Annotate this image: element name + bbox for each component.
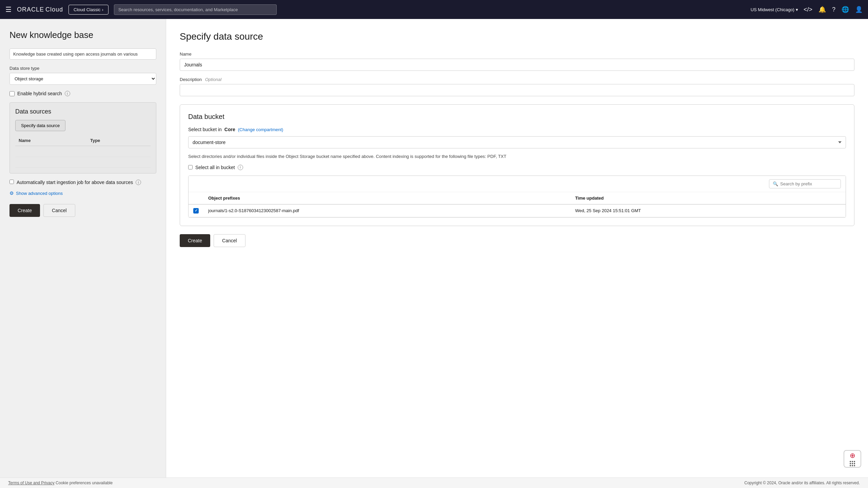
data-bucket-title: Data bucket: [188, 113, 846, 121]
footer-right: Copyright © 2024, Oracle and/or its affi…: [744, 481, 860, 485]
dot-9: [854, 465, 855, 466]
right-panel: Specify data source Name Description Opt…: [166, 19, 868, 488]
select-all-row: Select all in bucket i: [188, 165, 846, 170]
cancel-button-left[interactable]: Cancel: [43, 204, 75, 217]
file-checkbox-checked[interactable]: [193, 208, 199, 214]
right-action-row: Create Cancel: [180, 234, 854, 247]
ingestion-label[interactable]: Automatically start ingestion job for ab…: [17, 180, 133, 185]
file-browser: 🔍 Object prefixes Time updated: [188, 176, 846, 218]
specify-data-source-title: Specify data source: [180, 31, 854, 42]
file-browser-header: 🔍: [189, 176, 846, 192]
file-table: Object prefixes Time updated journals/1-…: [189, 192, 846, 217]
terms-link[interactable]: Terms of Use and Privacy: [8, 481, 55, 485]
select-all-label[interactable]: Select all in bucket: [195, 165, 235, 170]
table-row: [15, 157, 151, 168]
description-label: Description Optional: [180, 77, 854, 82]
gear-icon: ⚙: [9, 190, 14, 196]
data-store-type-label: Data store type: [9, 66, 156, 71]
check-col-header: [189, 192, 203, 204]
file-checkbox-cell[interactable]: [189, 204, 203, 217]
description-preview: Knowledge base created using open access…: [9, 48, 156, 60]
page-title: New knowledge base: [9, 30, 156, 40]
main-wrapper: New knowledge base Knowledge base create…: [0, 19, 868, 488]
create-button-left[interactable]: Create: [9, 204, 40, 217]
cookie-link: Cookie preferences unavailable: [56, 481, 113, 485]
compartment-name: Core: [224, 127, 235, 132]
ingestion-checkbox[interactable]: [9, 180, 14, 184]
time-updated-header: Time updated: [570, 192, 846, 204]
data-sources-section: Data sources Specify data source Name Ty…: [9, 102, 156, 174]
change-compartment-link[interactable]: (Change compartment): [238, 127, 283, 132]
select-all-info-icon[interactable]: i: [238, 165, 243, 170]
file-name-cell: journals/1-s2.0-S1876034123002587-main.p…: [203, 204, 570, 217]
bucket-select-row: Select bucket in Core (Change compartmen…: [188, 127, 846, 132]
ingestion-info-icon[interactable]: i: [136, 180, 141, 185]
object-prefixes-header: Object prefixes: [203, 192, 570, 204]
enable-hybrid-search-label[interactable]: Enable hybrid search: [17, 91, 62, 96]
data-bucket-card: Data bucket Select bucket in Core (Chang…: [180, 104, 854, 226]
help-widget-dots: [850, 461, 855, 466]
enable-hybrid-search-checkbox[interactable]: [9, 91, 15, 96]
cloud-classic-button[interactable]: Cloud Classic ›: [68, 5, 108, 15]
data-sources-title: Data sources: [15, 108, 151, 115]
data-sources-table: Name Type: [15, 135, 151, 168]
dot-4: [850, 463, 851, 464]
cancel-button-right[interactable]: Cancel: [214, 234, 245, 247]
cloud-text: Cloud: [45, 6, 63, 13]
enable-hybrid-search-row: Enable hybrid search i: [9, 91, 156, 96]
table-row: [15, 146, 151, 157]
bell-icon[interactable]: 🔔: [818, 6, 826, 13]
col-type-header: Type: [87, 135, 151, 146]
help-widget-icon: ⊕: [850, 451, 855, 460]
name-input[interactable]: [180, 59, 854, 71]
dot-7: [850, 465, 851, 466]
hybrid-search-info-icon[interactable]: i: [65, 91, 70, 96]
top-navigation: ☰ ORACLE Cloud Cloud Classic › US Midwes…: [0, 0, 868, 19]
developer-icon[interactable]: </>: [804, 6, 812, 13]
specify-data-source-button[interactable]: Specify data source: [15, 120, 65, 131]
search-prefix-icon: 🔍: [773, 181, 778, 186]
data-store-type-group: Data store type Object storage: [9, 66, 156, 85]
ingestion-row: Automatically start ingestion job for ab…: [9, 180, 156, 185]
show-advanced-options-link[interactable]: ⚙ Show advanced options: [9, 190, 156, 196]
dot-3: [854, 461, 855, 462]
nav-icon-group: </> 🔔 ? 🌐 👤: [804, 6, 863, 13]
oracle-logo: ORACLE Cloud: [17, 6, 63, 13]
footer-left: Terms of Use and Privacy Cookie preferen…: [8, 481, 113, 485]
dot-6: [854, 463, 855, 464]
dot-2: [852, 461, 853, 462]
search-prefix-input[interactable]: [780, 181, 837, 186]
create-button-right[interactable]: Create: [180, 234, 210, 247]
left-panel: New knowledge base Knowledge base create…: [0, 19, 166, 488]
select-all-checkbox[interactable]: [188, 165, 193, 169]
description-input[interactable]: [180, 84, 854, 96]
left-action-row: Create Cancel: [9, 204, 156, 217]
search-prefix-container: 🔍: [769, 179, 841, 188]
global-search-input[interactable]: [114, 4, 277, 15]
hamburger-menu-icon[interactable]: ☰: [5, 5, 12, 14]
col-name-header: Name: [15, 135, 87, 146]
globe-icon[interactable]: 🌐: [842, 6, 849, 13]
table-row: journals/1-s2.0-S1876034123002587-main.p…: [189, 204, 846, 217]
bucket-select[interactable]: document-store: [188, 136, 846, 148]
optional-label: Optional: [205, 77, 221, 82]
chevron-down-icon: ▾: [796, 7, 798, 12]
help-widget[interactable]: ⊕: [844, 450, 861, 468]
footer: Terms of Use and Privacy Cookie preferen…: [0, 477, 868, 488]
user-avatar-icon[interactable]: 👤: [855, 6, 863, 13]
file-time-cell: Wed, 25 Sep 2024 15:51:01 GMT: [570, 204, 846, 217]
help-icon[interactable]: ?: [832, 6, 835, 13]
bucket-info-text: Select directories and/or individual fil…: [188, 153, 846, 160]
data-store-type-select[interactable]: Object storage: [9, 73, 156, 85]
dot-8: [852, 465, 853, 466]
oracle-text: ORACLE: [17, 6, 44, 13]
nav-right-section: US Midwest (Chicago) ▾ </> 🔔 ? 🌐 👤: [751, 6, 863, 13]
arrow-icon: ›: [102, 7, 103, 12]
left-bottom: Automatically start ingestion job for ab…: [9, 180, 156, 217]
dot-1: [850, 461, 851, 462]
region-selector[interactable]: US Midwest (Chicago) ▾: [751, 7, 798, 12]
name-label: Name: [180, 52, 854, 57]
dot-5: [852, 463, 853, 464]
